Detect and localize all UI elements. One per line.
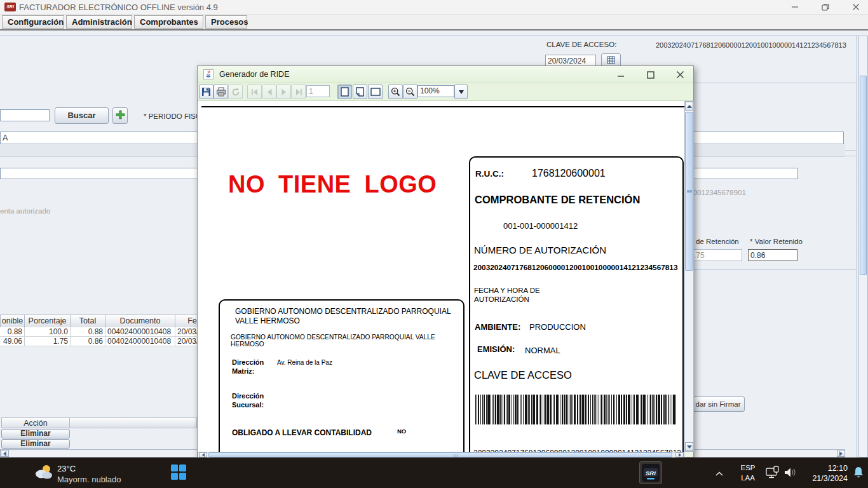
ambiente-label: AMBIENTE: <box>475 322 520 332</box>
scroll-thumb[interactable] <box>208 452 672 458</box>
direccion-matriz-label: Dirección Matriz: <box>232 358 273 376</box>
add-button[interactable] <box>112 107 128 124</box>
first-page-button[interactable] <box>247 85 262 99</box>
scroll-right-arrow[interactable] <box>837 450 845 457</box>
close-button[interactable] <box>845 0 867 14</box>
doc-serie: 001-001-000001412 <box>503 221 578 231</box>
cell[interactable]: 004024000010408 <box>105 327 175 337</box>
col-header-total[interactable]: Total <box>71 315 105 328</box>
cell[interactable]: 1.75 <box>25 337 71 346</box>
page-number-input[interactable] <box>306 85 330 97</box>
dialog-close-button[interactable] <box>670 68 690 81</box>
eliminar-button-2[interactable]: Eliminar <box>1 439 70 449</box>
cell[interactable]: 0.88 <box>0 327 25 337</box>
vertical-scrollbar[interactable] <box>858 36 868 458</box>
cell[interactable]: 004024000010408 <box>105 337 175 346</box>
weather-temp[interactable]: 23°C <box>57 464 76 473</box>
valor-retenido-input[interactable] <box>748 249 797 261</box>
fecha-autorizacion-label: FECHA Y HORA DE AUTORIZACIÓN <box>474 286 553 304</box>
weather-icon[interactable] <box>33 463 53 484</box>
contabilidad-value: NO <box>397 428 406 435</box>
start-button[interactable] <box>170 464 187 483</box>
minimize-button[interactable] <box>784 0 806 14</box>
reload-icon <box>231 88 240 97</box>
network-icon[interactable] <box>766 466 781 482</box>
sri-app-active[interactable]: SRi <box>639 461 662 484</box>
col-header-porcentaje[interactable]: Porcentaje <box>25 315 71 328</box>
clock-date: 21/3/2024 <box>806 473 848 484</box>
scroll-left-arrow[interactable] <box>199 452 207 458</box>
scroll-up-arrow[interactable] <box>685 102 693 111</box>
fit-page-button[interactable] <box>353 85 367 99</box>
single-page-icon <box>341 87 349 97</box>
zoom-dropdown-button[interactable] <box>454 85 468 99</box>
dialog-titlebar[interactable]: Generador de RIDE <box>198 66 693 83</box>
notification-bell-icon[interactable] <box>853 466 864 481</box>
save-button[interactable] <box>199 85 214 99</box>
actual-size-button[interactable] <box>337 85 352 99</box>
retencion-label: de Retención <box>696 238 739 245</box>
zoom-out-icon <box>405 87 415 97</box>
clave-acceso-value: 2003202407176812060000120010010000014121… <box>656 41 846 49</box>
scroll-thumb[interactable] <box>685 112 693 271</box>
cell[interactable]: 0.88 <box>71 327 105 337</box>
calendar-icon <box>607 55 615 67</box>
save-icon <box>201 87 211 97</box>
zoom-in-icon <box>391 87 400 97</box>
app-logo-icon: SRI <box>4 3 16 11</box>
cell[interactable]: 100.0 <box>25 327 71 337</box>
last-page-button[interactable] <box>291 85 306 99</box>
scroll-right-arrow[interactable] <box>675 452 684 458</box>
next-page-button[interactable] <box>276 85 291 99</box>
ambiente-value: PRODUCCION <box>529 322 586 332</box>
cell[interactable]: 0.86 <box>71 337 105 346</box>
scroll-left-arrow[interactable] <box>1 450 9 457</box>
sri-app-icon: SRi <box>642 464 660 482</box>
dialog-vertical-scrollbar[interactable] <box>684 101 694 452</box>
panel-divider <box>0 35 858 36</box>
scroll-thumb[interactable] <box>860 76 867 275</box>
col-header-disponible[interactable]: onible <box>0 315 25 328</box>
ruc-value: 1768120600001 <box>532 168 606 179</box>
col-header-documento[interactable]: Documento <box>105 315 175 328</box>
fit-width-button[interactable] <box>368 85 383 99</box>
dialog-minimize-button[interactable] <box>611 68 631 81</box>
language-line2: LAA <box>736 473 760 484</box>
fit-width-icon <box>370 88 381 96</box>
tray-chevron-up-icon[interactable] <box>715 468 724 480</box>
zoom-in-button[interactable] <box>388 85 403 99</box>
zoom-out-button[interactable] <box>403 85 417 99</box>
accion-header[interactable]: Acción <box>1 417 70 428</box>
valor-retenido-label: * Valor Retenido <box>750 238 803 245</box>
clock-time: 12:10 <box>806 463 848 473</box>
zoom-level-display[interactable]: 100% <box>417 85 454 97</box>
reload-button[interactable] <box>228 85 243 99</box>
app-titlebar: SRI FACTURADOR ELECTRÓNICO OFFLINE versi… <box>0 0 868 15</box>
document-viewport: NO TIENE LOGO R.U.C.: 1768120600001 COMP… <box>198 101 685 452</box>
ruc-label: R.U.C.: <box>475 169 504 179</box>
eliminar-button-1[interactable]: Eliminar <box>1 429 70 438</box>
print-button[interactable] <box>214 85 228 99</box>
restore-button[interactable] <box>815 0 836 14</box>
prev-page-button[interactable] <box>262 85 276 99</box>
menu-comprobantes[interactable]: Comprobantes <box>134 15 203 29</box>
printer-icon <box>216 87 226 97</box>
guardar-sin-firmar-button[interactable]: dar sin Firmar <box>691 396 745 412</box>
no-logo-text: NO TIENE LOGO <box>228 171 437 198</box>
cell[interactable]: 49.06 <box>0 337 25 346</box>
menu-procesos[interactable]: Procesos <box>205 15 247 29</box>
language-indicator[interactable]: ESP LAA <box>736 463 760 483</box>
dialog-maximize-button[interactable] <box>641 68 661 81</box>
menu-configuracion[interactable]: Configuración <box>2 15 64 29</box>
weather-desc[interactable]: Mayorm. nublado <box>57 475 121 484</box>
scroll-down-arrow[interactable] <box>685 442 693 451</box>
menu-bar: Configuración Administración Comprobante… <box>0 15 868 30</box>
ride-dialog: Generador de RIDE <box>197 65 694 458</box>
clock[interactable]: 12:10 21/3/2024 <box>806 463 848 484</box>
volume-icon[interactable] <box>783 466 797 481</box>
buscar-button[interactable]: Buscar <box>55 107 109 124</box>
retencion-input[interactable] <box>691 249 742 261</box>
emision-label: EMISIÓN: <box>477 344 515 354</box>
search-input[interactable] <box>0 109 50 121</box>
menu-administracion[interactable]: Administración <box>66 15 132 29</box>
